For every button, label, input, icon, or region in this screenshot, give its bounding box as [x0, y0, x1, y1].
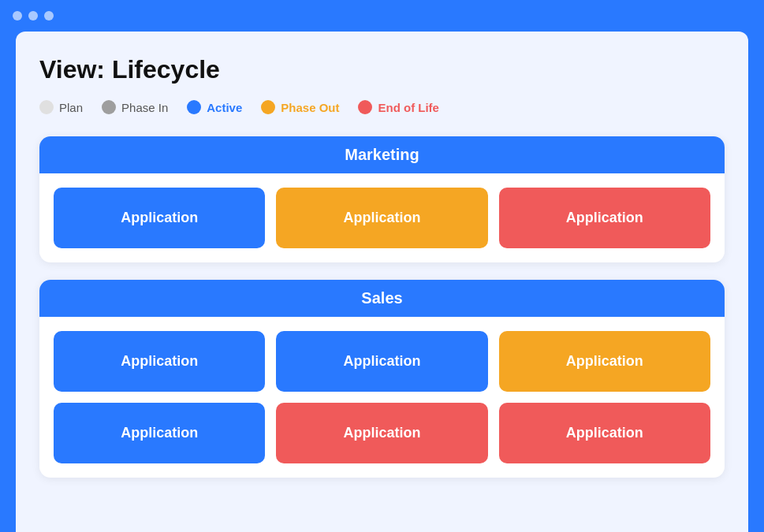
title-bar — [0, 0, 764, 32]
legend-dot-endoflife — [358, 100, 372, 114]
app-tile-sales-2[interactable]: Application — [499, 331, 710, 392]
content-area: View: Lifecycle PlanPhase InActivePhase … — [16, 32, 748, 532]
legend-dot-phasein — [102, 100, 116, 114]
app-tile-marketing-1[interactable]: Application — [276, 188, 487, 248]
legend-label-plan: Plan — [59, 101, 83, 114]
legend-item-phasein: Phase In — [102, 100, 168, 114]
app-tile-marketing-2[interactable]: Application — [499, 188, 710, 248]
legend-dot-active — [187, 100, 201, 114]
window-dot-3 — [44, 11, 54, 20]
app-tile-sales-3[interactable]: Application — [54, 403, 265, 463]
group-body-sales: ApplicationApplicationApplicationApplica… — [39, 317, 725, 478]
group-card-sales: SalesApplicationApplicationApplicationAp… — [39, 280, 725, 478]
legend-item-endoflife: End of Life — [358, 100, 439, 114]
legend: PlanPhase InActivePhase OutEnd of Life — [39, 100, 725, 114]
page-title: View: Lifecycle — [39, 55, 725, 84]
legend-item-phaseout: Phase Out — [261, 100, 339, 114]
window-dot-2 — [28, 11, 38, 20]
legend-item-active: Active — [187, 100, 242, 114]
legend-dot-phaseout — [261, 100, 275, 114]
app-tile-sales-0[interactable]: Application — [54, 331, 265, 392]
legend-label-endoflife: End of Life — [378, 101, 439, 114]
group-card-marketing: MarketingApplicationApplicationApplicati… — [39, 136, 725, 262]
app-tile-sales-1[interactable]: Application — [276, 331, 487, 392]
legend-label-phasein: Phase In — [121, 101, 168, 114]
groups-container: MarketingApplicationApplicationApplicati… — [39, 136, 725, 478]
legend-label-phaseout: Phase Out — [281, 101, 339, 114]
legend-dot-plan — [39, 100, 54, 114]
legend-label-active: Active — [207, 101, 242, 114]
legend-item-plan: Plan — [39, 100, 83, 114]
group-header-sales: Sales — [39, 280, 725, 317]
window: View: Lifecycle PlanPhase InActivePhase … — [0, 0, 764, 532]
window-dot-1 — [13, 11, 22, 20]
app-tile-sales-5[interactable]: Application — [499, 403, 710, 463]
group-body-marketing: ApplicationApplicationApplication — [39, 173, 725, 262]
group-header-marketing: Marketing — [39, 136, 725, 173]
app-tile-sales-4[interactable]: Application — [276, 403, 487, 463]
app-tile-marketing-0[interactable]: Application — [54, 188, 265, 248]
